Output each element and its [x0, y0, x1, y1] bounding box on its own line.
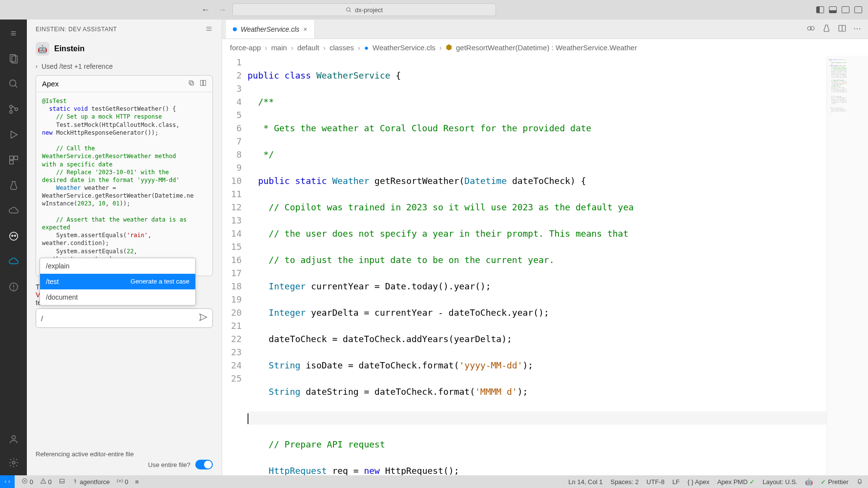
status-layout[interactable]: Layout: U.S. — [763, 478, 798, 486]
method-icon: ⬢ — [446, 43, 452, 52]
sidebar-title-text: EINSTEIN: DEV ASSISTANT — [36, 26, 117, 33]
breadcrumb-segment[interactable]: default — [297, 43, 319, 52]
nav-back-icon[interactable]: ← — [201, 5, 210, 15]
status-panel-icon[interactable] — [59, 478, 65, 486]
cloud-icon[interactable] — [7, 204, 21, 218]
svg-marker-9 — [11, 131, 17, 139]
search-project-label: dx-project — [355, 6, 383, 14]
breadcrumb-segment[interactable]: getResortWeather(Datetime) : WeatherServ… — [456, 43, 637, 52]
layout-right-icon[interactable] — [842, 6, 849, 13]
svg-point-7 — [9, 111, 12, 114]
breadcrumb-segment[interactable]: force-app — [230, 43, 261, 52]
code-content[interactable]: public class WeatherService { /** * Gets… — [248, 56, 827, 475]
status-pmd[interactable]: Apex PMD ✓ — [717, 478, 755, 486]
chat-input[interactable] — [36, 308, 213, 328]
editor-action-flask-icon[interactable] — [822, 24, 831, 35]
svg-rect-12 — [9, 161, 13, 164]
svg-point-19 — [12, 436, 15, 439]
send-icon[interactable] — [199, 313, 207, 324]
editor-area: WeatherService.cls × ⋯ force-app› main› … — [222, 20, 868, 475]
layout-bottom-icon[interactable] — [829, 6, 837, 13]
slash-document[interactable]: /document — [40, 289, 195, 305]
breadcrumb-segment[interactable]: classes — [330, 43, 354, 52]
sidebar-actions-icon[interactable] — [205, 25, 213, 34]
svg-point-8 — [15, 108, 18, 111]
explorer-icon[interactable] — [7, 52, 21, 65]
einstein-icon[interactable] — [7, 229, 21, 243]
status-org[interactable]: agentforce — [72, 478, 110, 486]
status-einstein-icon[interactable]: 🤖 — [805, 478, 813, 486]
status-warnings[interactable]: 0 — [40, 478, 52, 486]
svg-point-14 — [11, 235, 13, 237]
einstein-sidebar: EINSTEIN: DEV ASSISTANT 🤖 Einstein › Use… — [27, 20, 222, 475]
breadcrumb-segment[interactable]: WeatherService.cls — [372, 43, 435, 52]
slash-explain-label: /explain — [46, 262, 69, 270]
layout-left-icon[interactable] — [816, 6, 824, 13]
slash-command-menu: /explain /test Generate a test case /doc… — [40, 258, 196, 305]
chat-input-field[interactable] — [41, 314, 199, 323]
search-icon — [346, 7, 352, 13]
slash-test-desc: Generate a test case — [130, 278, 189, 285]
testing-icon[interactable] — [7, 179, 21, 192]
editor-action-1-icon[interactable] — [806, 24, 815, 35]
code-editor[interactable]: 1234567891011121314151617181920212223242… — [222, 56, 868, 475]
reference-toggle[interactable]: › Used /test +1 reference — [36, 61, 213, 75]
editor-tabbar: WeatherService.cls × ⋯ — [222, 20, 868, 39]
issues-icon[interactable] — [7, 280, 21, 294]
svg-rect-26 — [201, 81, 203, 86]
svg-point-13 — [9, 232, 18, 241]
status-eol[interactable]: LF — [672, 478, 680, 486]
status-radio[interactable]: 0 — [117, 478, 128, 486]
tab-label: WeatherService.cls — [241, 25, 299, 33]
salesforce-cloud-icon[interactable] — [7, 255, 21, 268]
source-control-icon[interactable] — [7, 102, 21, 116]
svg-point-20 — [12, 461, 15, 464]
line-gutter: 1234567891011121314151617181920212223242… — [222, 56, 248, 475]
minimap[interactable]: public class WeatherService { /** * Gets… — [827, 56, 868, 475]
code-suggestion-card: Apex @IsTest static void testGetResortWe… — [36, 75, 213, 276]
extensions-icon[interactable] — [7, 153, 21, 167]
status-encoding[interactable]: UTF-8 — [646, 478, 664, 486]
search-icon[interactable] — [7, 77, 21, 91]
status-position[interactable]: Ln 14, Col 1 — [568, 478, 602, 486]
account-icon[interactable] — [7, 432, 21, 446]
svg-rect-37 — [60, 479, 64, 483]
footer-reference-text: Referencing active editor-entire file — [36, 450, 213, 458]
breadcrumb-segment[interactable]: main — [271, 43, 287, 52]
status-spaces[interactable]: Spaces: 2 — [610, 478, 639, 486]
menu-icon[interactable]: ≡ — [7, 26, 21, 40]
editor-more-icon[interactable]: ⋯ — [853, 24, 861, 35]
insert-icon[interactable] — [200, 80, 207, 88]
status-bell-icon[interactable] — [856, 478, 863, 486]
tab-close-icon[interactable]: × — [303, 25, 307, 33]
svg-point-15 — [14, 235, 16, 237]
chevron-right-icon: › — [36, 63, 38, 70]
einstein-avatar-icon: 🤖 — [36, 42, 49, 56]
command-center-search[interactable]: dx-project — [232, 3, 496, 16]
svg-rect-25 — [189, 81, 192, 84]
settings-gear-icon[interactable] — [7, 456, 21, 469]
status-warnings-count: 0 — [48, 478, 51, 486]
run-debug-icon[interactable] — [7, 128, 21, 142]
nav-forward-icon[interactable]: → — [218, 5, 227, 15]
status-lang[interactable]: { } Apex — [687, 478, 709, 486]
file-icon: ● — [364, 43, 369, 52]
svg-point-39 — [119, 480, 121, 482]
editor-split-icon[interactable] — [838, 24, 847, 35]
use-entire-file-toggle[interactable] — [195, 460, 213, 469]
status-prettier[interactable]: ✓ Prettier — [821, 478, 848, 486]
svg-rect-27 — [204, 81, 206, 86]
svg-point-18 — [13, 289, 14, 289]
slash-explain[interactable]: /explain — [40, 258, 195, 274]
slash-test[interactable]: /test Generate a test case — [40, 274, 195, 289]
status-errors[interactable]: 0 — [21, 478, 33, 486]
activity-bar: ≡ — [0, 20, 27, 475]
svg-rect-10 — [9, 156, 13, 160]
remote-indicator[interactable] — [0, 475, 15, 488]
layout-custom-icon[interactable] — [854, 6, 862, 13]
editor-tab-weatherservice[interactable]: WeatherService.cls × — [226, 20, 315, 39]
sidebar-title: EINSTEIN: DEV ASSISTANT — [27, 20, 222, 39]
breadcrumb[interactable]: force-app› main› default› classes› ● Wea… — [222, 39, 868, 56]
copy-icon[interactable] — [188, 80, 195, 88]
status-menu-icon[interactable]: ≡ — [135, 478, 139, 486]
